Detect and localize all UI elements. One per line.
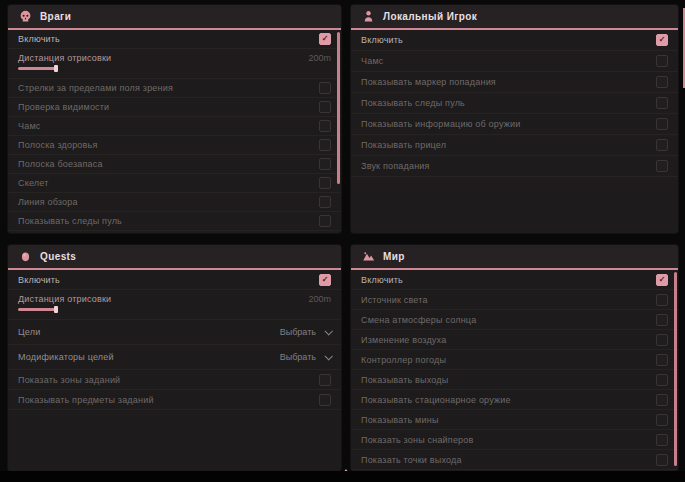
row-toggle[interactable]: Показывать маркер попадания	[351, 72, 678, 93]
checkbox[interactable]: ✓	[319, 33, 331, 45]
row-toggle[interactable]: Включить✓	[8, 270, 341, 290]
checkbox[interactable]: ✓	[319, 274, 331, 286]
row-toggle[interactable]: Контроллер погоды	[351, 350, 678, 370]
row-toggle[interactable]: Показывать следы пуль	[351, 93, 678, 114]
slider-handle[interactable]	[54, 65, 58, 72]
slider-handle[interactable]	[54, 306, 58, 313]
chevron-down-icon	[324, 327, 332, 335]
checkbox[interactable]	[656, 294, 668, 306]
row-toggle[interactable]: Показать точки выхода	[351, 450, 678, 470]
panel-title: Quests	[40, 251, 76, 262]
row-toggle[interactable]: Включить✓	[8, 30, 341, 49]
slider-value: 200m	[308, 294, 331, 304]
panel-body: Включить✓ЧамсПоказывать маркер попадания…	[351, 30, 678, 233]
panel-body: Включить✓Дистанция отрисовки200mЦелиВыбр…	[8, 270, 341, 471]
row-label: Чамс	[361, 56, 384, 66]
row-toggle[interactable]: Чамс	[8, 117, 341, 136]
panel-local-player-header: Локальный Игрок	[351, 5, 678, 30]
row-slider[interactable]: Дистанция отрисовки200m	[8, 49, 341, 79]
row-toggle[interactable]: Показывать предметы заданий	[8, 390, 341, 410]
checkbox[interactable]	[656, 394, 668, 406]
row-label: Показывать предметы заданий	[18, 395, 154, 405]
row-label: Показывать мины	[361, 415, 439, 425]
slider[interactable]	[18, 308, 153, 311]
checkbox[interactable]	[656, 160, 668, 172]
row-label: Дистанция отрисовки	[18, 53, 111, 63]
row-label: Дистанция отрисовки	[18, 294, 111, 304]
slider-fill	[18, 67, 56, 70]
checkbox[interactable]	[656, 434, 668, 446]
checkbox[interactable]	[656, 55, 668, 67]
row-label: Показать зоны снайперов	[361, 435, 474, 445]
row-label: Стрелки за пределами поля зрения	[18, 83, 173, 93]
row-toggle[interactable]: Показывать информацию об оружии	[351, 114, 678, 135]
panel-quests-header: Quests	[8, 245, 341, 270]
row-toggle[interactable]: Стрелки за пределами поля зрения	[8, 79, 341, 98]
checkbox[interactable]	[319, 82, 331, 94]
checkbox[interactable]	[319, 374, 331, 386]
row-toggle[interactable]: Линия обзора	[8, 193, 341, 212]
panel-rows: Включить✓Источник светаСмена атмосферы с…	[351, 270, 678, 471]
row-toggle[interactable]: Включить✓	[351, 270, 678, 290]
row-label: Контроллер погоды	[361, 355, 446, 365]
row-label: Смена атмосферы солнца	[361, 315, 476, 325]
checkbox[interactable]	[319, 139, 331, 151]
panel-rows: Включить✓Дистанция отрисовки200mСтрелки …	[8, 30, 341, 233]
row-dropdown[interactable]: Модификаторы целейВыбрать	[8, 345, 341, 370]
row-label: Полоска боезапаса	[18, 159, 103, 169]
checkbox[interactable]	[656, 76, 668, 88]
checkbox[interactable]	[319, 196, 331, 208]
panel-quests: Quests Включить✓Дистанция отрисовки200mЦ…	[8, 245, 341, 471]
row-toggle[interactable]: Полоска здоровья	[8, 136, 341, 155]
checkbox[interactable]: ✓	[656, 34, 668, 46]
checkbox[interactable]	[656, 334, 668, 346]
row-label: Включить	[18, 34, 60, 44]
checkbox[interactable]	[656, 414, 668, 426]
checkbox[interactable]	[656, 454, 668, 466]
panel-world: Мир Включить✓Источник светаСмена атмосфе…	[351, 245, 678, 471]
row-toggle[interactable]: Источник света	[351, 290, 678, 310]
row-toggle[interactable]: Чамс	[351, 51, 678, 72]
row-toggle[interactable]: Проверка видимости	[8, 98, 341, 117]
row-slider[interactable]: Дистанция отрисовки200m	[8, 290, 341, 320]
row-toggle[interactable]: Показать зоны снайперов	[351, 430, 678, 450]
checkbox[interactable]	[319, 394, 331, 406]
row-toggle[interactable]: Включить✓	[351, 30, 678, 51]
checkbox[interactable]	[319, 101, 331, 113]
panel-scrollbar[interactable]	[337, 32, 340, 184]
checkbox[interactable]	[656, 139, 668, 151]
checkbox[interactable]	[656, 118, 668, 130]
row-toggle[interactable]: Показывать мины	[351, 410, 678, 430]
slider[interactable]	[18, 67, 153, 70]
checkbox[interactable]	[656, 374, 668, 386]
player-icon	[361, 10, 375, 24]
panel-enemies-header: Враги	[8, 5, 341, 30]
checkbox[interactable]	[319, 215, 331, 227]
panel-title: Локальный Игрок	[383, 11, 477, 22]
checkbox[interactable]	[656, 354, 668, 366]
checkbox[interactable]	[319, 120, 331, 132]
row-toggle[interactable]: Показывать следы пуль	[8, 212, 341, 231]
row-dropdown[interactable]: ЦелиВыбрать	[8, 320, 341, 345]
row-toggle[interactable]: Показывать стационарное оружие	[351, 390, 678, 410]
row-toggle[interactable]: Смена атмосферы солнца	[351, 310, 678, 330]
checkbox[interactable]: ✓	[656, 274, 668, 286]
panel-scrollbar[interactable]	[674, 272, 677, 466]
row-toggle[interactable]: Звук попадания	[351, 156, 678, 177]
checkbox[interactable]	[319, 158, 331, 170]
dropdown-control[interactable]: Выбрать	[280, 352, 331, 362]
row-label: Чамс	[18, 121, 41, 131]
row-toggle[interactable]: Показывать прицел	[351, 135, 678, 156]
row-toggle[interactable]: Полоска боезапаса	[8, 155, 341, 174]
checkbox[interactable]	[656, 314, 668, 326]
row-toggle[interactable]: Показывать выходы	[351, 370, 678, 390]
slider-fill	[18, 308, 56, 311]
row-toggle[interactable]: Изменение воздуха	[351, 330, 678, 350]
row-label: Показывать выходы	[361, 375, 449, 385]
checkbox[interactable]	[656, 97, 668, 109]
dropdown-control[interactable]: Выбрать	[280, 327, 331, 337]
row-toggle[interactable]: Скелет	[8, 174, 341, 193]
checkbox[interactable]	[319, 177, 331, 189]
row-label: Показывать стационарное оружие	[361, 395, 511, 405]
row-toggle[interactable]: Показать зоны заданий	[8, 370, 341, 390]
